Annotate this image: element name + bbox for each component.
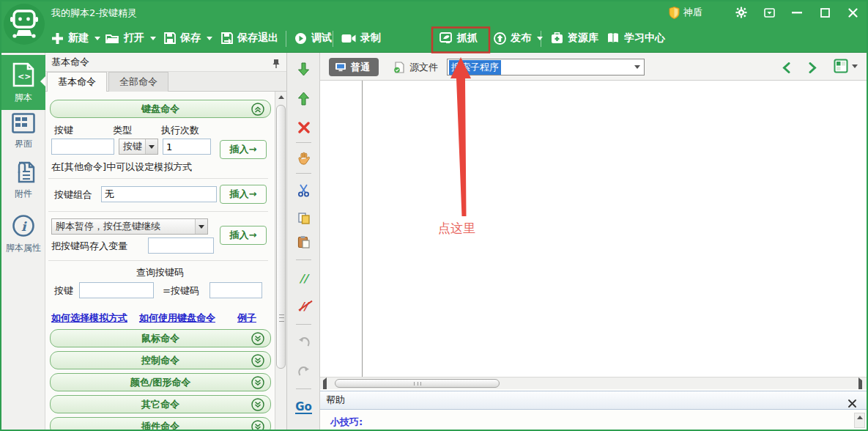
window-title: 我的脚本2-按键精灵 xyxy=(51,7,137,20)
scrollbar-grip xyxy=(279,314,284,322)
section-plugin-commands[interactable]: 插件命令 xyxy=(50,417,271,431)
section-color-commands[interactable]: 颜色/图形命令 xyxy=(50,373,271,391)
sidebar-item-script[interactable]: <> 脚本 xyxy=(1,55,45,110)
svg-text:<>: <> xyxy=(18,72,31,81)
paste-button[interactable] xyxy=(287,233,320,251)
save-icon xyxy=(164,32,176,44)
help-scrollbar[interactable] xyxy=(854,413,865,428)
redo-button[interactable] xyxy=(287,362,320,380)
drag-hand-button[interactable] xyxy=(287,150,320,167)
record-button[interactable]: 录制 xyxy=(338,26,384,50)
section-mouse-commands[interactable]: 鼠标命令 xyxy=(50,329,271,347)
editor-topbar: 普通 源文件 搜索子程序 xyxy=(320,53,867,81)
app-logo[interactable] xyxy=(4,4,45,45)
chevron-left-icon xyxy=(782,62,790,73)
monitor-icon xyxy=(335,62,346,72)
section-keyboard-commands[interactable]: 键盘命令 xyxy=(50,100,271,118)
close-icon xyxy=(848,399,856,408)
uncomment-button[interactable]: // xyxy=(287,298,320,315)
move-down-button[interactable] xyxy=(287,60,320,78)
grab-button[interactable]: 抓抓 xyxy=(437,26,481,50)
new-button[interactable]: 新建 xyxy=(48,26,103,50)
comment-button[interactable]: // xyxy=(287,270,320,287)
query-code-label: =按键码 xyxy=(163,284,199,298)
tab-all-commands[interactable]: 全部命令 xyxy=(108,72,168,92)
horizontal-scrollbar[interactable] xyxy=(320,377,867,389)
insert-key-button[interactable]: 插入→ xyxy=(220,140,267,159)
learning-center-button[interactable]: 学习中心 xyxy=(604,26,668,50)
insert-pause-button[interactable]: 插入→ xyxy=(220,226,267,245)
link-simulation-method[interactable]: 如何选择模拟方式 xyxy=(51,312,127,325)
minimize-button[interactable] xyxy=(783,1,811,23)
save-button[interactable]: 保存 xyxy=(161,26,215,50)
scrollbar-thumb[interactable] xyxy=(276,105,286,369)
publish-button[interactable]: 发布 xyxy=(491,26,546,50)
section-control-commands[interactable]: 控制命令 xyxy=(50,351,271,369)
combo-label: 按键组合 xyxy=(54,188,92,202)
sidebar-item-ui[interactable]: 界面 xyxy=(1,113,45,150)
combo-input[interactable] xyxy=(101,186,217,202)
divider xyxy=(48,211,268,212)
paste-icon xyxy=(297,235,310,248)
comment-icon: // xyxy=(300,272,308,285)
query-code-input[interactable] xyxy=(209,282,262,298)
dropdown-caret xyxy=(150,37,156,40)
copy-button[interactable] xyxy=(287,210,320,227)
count-input[interactable] xyxy=(163,139,211,155)
minimize-to-tray-button[interactable] xyxy=(755,1,783,23)
layout-switch-button[interactable] xyxy=(834,59,858,73)
maximize-icon xyxy=(820,8,830,18)
nav-forward-button[interactable] xyxy=(809,59,817,76)
panel-header: 基本命令 xyxy=(45,53,286,72)
expand-icon xyxy=(251,332,264,347)
query-keycode-title: 查询按键码 xyxy=(45,266,275,279)
minimize-icon xyxy=(792,11,802,14)
close-button[interactable] xyxy=(839,1,867,23)
divider xyxy=(296,259,311,260)
sidebar-item-label: 附件 xyxy=(1,188,45,200)
move-up-button[interactable] xyxy=(287,89,320,107)
save-exit-button[interactable]: 保存退出 xyxy=(218,26,281,50)
tab-normal-view[interactable]: 普通 xyxy=(329,58,379,76)
sidebar-item-label: 界面 xyxy=(1,138,45,150)
shield-button[interactable]: 神盾 xyxy=(669,6,702,19)
insert-combo-button[interactable]: 插入→ xyxy=(220,185,267,204)
tab-source-view[interactable]: 源文件 xyxy=(393,59,438,75)
store-variable-input[interactable] xyxy=(148,237,214,254)
help-close-button[interactable] xyxy=(848,396,856,413)
divider xyxy=(296,388,311,389)
link-keyboard-help[interactable]: 如何使用键盘命令 xyxy=(139,312,215,325)
code-editor[interactable] xyxy=(320,81,867,377)
key-input[interactable] xyxy=(51,139,114,155)
subroutine-search-combo[interactable]: 搜索子程序 xyxy=(447,59,645,75)
shield-icon xyxy=(669,7,680,19)
open-button[interactable]: 打开 xyxy=(103,26,159,50)
settings-button[interactable] xyxy=(727,1,755,23)
publish-icon xyxy=(494,32,506,45)
maximize-button[interactable] xyxy=(811,1,839,23)
key-type-select[interactable]: 按键 xyxy=(119,139,158,155)
script-icon: <> xyxy=(12,62,34,87)
panel-scrollbar[interactable] xyxy=(275,92,286,430)
scrollbar-thumb[interactable] xyxy=(335,379,500,388)
sidebar-item-attachment[interactable]: 附件 xyxy=(1,161,45,200)
help-title: 帮助 xyxy=(326,394,345,405)
section-other-commands[interactable]: 其它命令 xyxy=(50,395,271,413)
cut-button[interactable] xyxy=(287,182,320,199)
delete-button[interactable] xyxy=(287,119,320,136)
info-icon: i xyxy=(12,214,35,237)
goto-button[interactable]: Go xyxy=(287,399,320,416)
tab-basic-commands[interactable]: 基本命令 xyxy=(47,72,107,92)
folder-icon xyxy=(105,33,119,44)
pause-select[interactable]: 脚本暂停，按任意键继续 xyxy=(51,218,208,235)
link-example[interactable]: 例子 xyxy=(237,312,256,325)
resources-button[interactable]: 资源库 xyxy=(548,26,601,50)
query-key-input[interactable] xyxy=(79,282,154,298)
go-icon: Go xyxy=(295,402,312,414)
copy-icon xyxy=(297,212,311,225)
sidebar-item-properties[interactable]: i 脚本属性 xyxy=(1,214,45,254)
undo-button[interactable] xyxy=(287,333,320,350)
debug-button[interactable]: 调试 xyxy=(292,26,335,50)
nav-back-button[interactable] xyxy=(782,59,790,76)
attachment-icon xyxy=(12,161,35,183)
